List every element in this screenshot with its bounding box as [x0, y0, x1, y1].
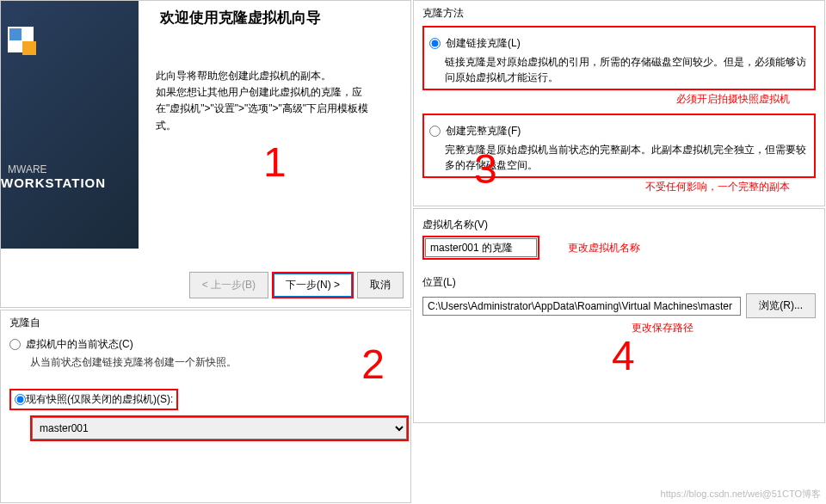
- snapshot-select[interactable]: master001: [32, 417, 407, 439]
- full-clone-label: 创建完整克隆(F): [446, 124, 521, 138]
- clone-method-panel: 克隆方法 创建链接克隆(L) 链接克隆是对原始虚拟机的引用，所需的存储磁盘空间较…: [413, 0, 825, 206]
- browse-button[interactable]: 浏览(R)...: [746, 293, 816, 318]
- current-state-radio-row[interactable]: 虚拟机中的当前状态(C): [9, 337, 402, 352]
- vm-location-input[interactable]: [422, 297, 741, 316]
- full-clone-radio-row[interactable]: 创建完整克隆(F): [429, 124, 809, 138]
- brand-small: MWARE: [8, 163, 47, 175]
- linked-clone-desc: 链接克隆是对原始虚拟机的引用，所需的存储磁盘空间较少。但是，必须能够访问原始虚拟…: [445, 54, 809, 85]
- vm-name-input[interactable]: [425, 238, 537, 257]
- snapshot-label: 现有快照(仅限关闭的虚拟机)(S):: [26, 392, 173, 407]
- wizard-button-bar: < 上一步(B) 下一步(N) > 取消: [184, 267, 409, 304]
- next-button[interactable]: 下一步(N) >: [272, 272, 354, 298]
- watermark: https://blog.csdn.net/wei@51CTO博客: [661, 488, 821, 501]
- snapshot-radio[interactable]: [15, 392, 26, 407]
- snapshot-select-highlight: master001: [30, 415, 409, 441]
- prev-button[interactable]: < 上一步(B): [189, 272, 268, 298]
- brand-large: WORKSTATION: [1, 175, 106, 190]
- clone-method-title: 克隆方法: [422, 6, 816, 21]
- current-state-label: 虚拟机中的当前状态(C): [26, 337, 133, 352]
- clone-source-panel: 克隆自 虚拟机中的当前状态(C) 从当前状态创建链接克隆将创建一个新快照。 现有…: [0, 310, 411, 503]
- current-state-desc: 从当前状态创建链接克隆将创建一个新快照。: [30, 355, 402, 370]
- full-clone-desc: 完整克隆是原始虚拟机当前状态的完整副本。此副本虚拟机完全独立，但需要较多的存储磁…: [445, 142, 809, 173]
- wizard-description: 此向导将帮助您创建此虚拟机的副本。 如果您想让其他用户创建此虚拟机的克隆，应在"…: [156, 68, 379, 134]
- linked-clone-note: 必须开启拍摄快照虚拟机: [422, 92, 816, 107]
- vm-location-label: 位置(L): [422, 275, 816, 290]
- snapshot-radio-row[interactable]: 现有快照(仅限关闭的虚拟机)(S):: [9, 389, 178, 410]
- annotation-number-2: 2: [361, 341, 385, 388]
- current-state-radio[interactable]: [9, 339, 21, 350]
- vmware-logo-icon: [8, 27, 34, 52]
- wizard-sidebar: MWARE WORKSTATION: [1, 1, 139, 249]
- wizard-title: 欢迎使用克隆虚拟机向导: [160, 8, 321, 28]
- vm-name-highlight: [422, 236, 539, 260]
- vm-location-note: 更改保存路径: [509, 321, 816, 335]
- annotation-number-1: 1: [263, 138, 287, 186]
- full-clone-radio[interactable]: [429, 126, 441, 137]
- annotation-number-3: 3: [474, 145, 497, 193]
- cancel-button[interactable]: 取消: [357, 272, 404, 298]
- vm-name-note: 更改虚拟机名称: [568, 241, 640, 255]
- vm-name-label: 虚拟机名称(V): [422, 218, 816, 232]
- linked-clone-radio[interactable]: [429, 38, 441, 49]
- clone-source-title: 克隆自: [9, 316, 402, 330]
- linked-clone-label: 创建链接克隆(L): [446, 36, 521, 51]
- linked-clone-option: 创建链接克隆(L) 链接克隆是对原始虚拟机的引用，所需的存储磁盘空间较少。但是，…: [422, 26, 816, 90]
- vm-name-location-panel: 虚拟机名称(V) 更改虚拟机名称 位置(L) 浏览(R)... 更改保存路径 4: [413, 208, 825, 423]
- linked-clone-radio-row[interactable]: 创建链接克隆(L): [429, 36, 809, 51]
- annotation-number-4: 4: [612, 332, 635, 379]
- wizard-welcome-panel: MWARE WORKSTATION 欢迎使用克隆虚拟机向导 此向导将帮助您创建此…: [0, 0, 411, 308]
